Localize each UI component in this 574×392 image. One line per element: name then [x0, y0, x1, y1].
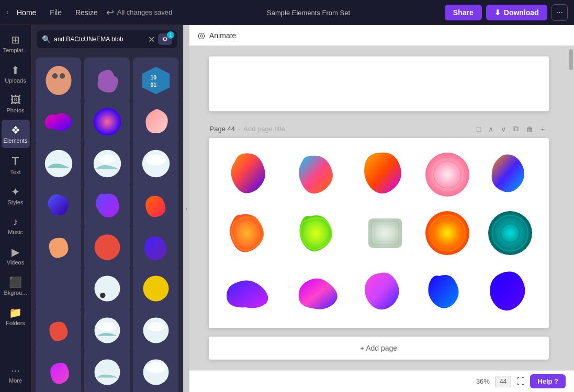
page-add-button[interactable]: + [538, 123, 547, 135]
blob-item[interactable] [482, 148, 538, 201]
list-item[interactable] [36, 308, 81, 353]
svg-point-21 [94, 359, 120, 385]
templates-icon: ⊞ [11, 33, 20, 46]
page-up-button[interactable]: ∧ [486, 123, 496, 135]
sidebar-item-photos[interactable]: 🖼 Photos [2, 90, 30, 118]
resize-button[interactable]: Resize [70, 6, 103, 19]
download-button[interactable]: ⬇ Download [486, 5, 547, 20]
list-item[interactable] [84, 141, 130, 187]
list-item[interactable] [84, 308, 130, 353]
page-comment-button[interactable]: □ [474, 123, 483, 135]
sidebar-item-videos[interactable]: ▶ Videos [2, 241, 30, 270]
page-delete-button[interactable]: 🗑 [523, 123, 536, 135]
list-item[interactable] [84, 99, 130, 145]
blob-item[interactable] [482, 207, 538, 259]
list-item[interactable] [133, 224, 178, 270]
list-item[interactable]: 1001 [133, 57, 178, 103]
canvas-scroll[interactable]: Page 44 - Add page title □ ∧ ∨ ⧉ 🗑 + [189, 46, 568, 370]
page-down-button[interactable]: ∨ [498, 123, 509, 135]
list-item[interactable] [36, 349, 81, 392]
list-item[interactable] [133, 308, 178, 353]
list-item[interactable] [36, 57, 81, 103]
file-button[interactable]: File [44, 6, 67, 19]
scrollbar[interactable] [568, 46, 574, 370]
list-item[interactable] [84, 349, 130, 392]
page-actions: □ ∧ ∨ ⧉ 🗑 + [474, 123, 548, 135]
share-button[interactable]: Share [445, 5, 482, 20]
search-input[interactable] [54, 36, 145, 43]
blob-item[interactable] [420, 266, 476, 318]
filter-button[interactable]: ⚙ 1 [158, 33, 172, 45]
svg-point-0 [46, 66, 71, 95]
blob-item[interactable] [357, 266, 413, 318]
blob-item[interactable] [482, 266, 538, 318]
list-item[interactable] [36, 224, 81, 270]
blob-item[interactable] [420, 207, 476, 259]
page-duplicate-button[interactable]: ⧉ [511, 123, 521, 135]
clear-search-button[interactable]: ✕ [148, 34, 155, 44]
uploads-icon: ⬆ [11, 64, 20, 76]
page-title-area: Page 44 - Add page title [210, 125, 285, 133]
svg-text:01: 01 [150, 82, 156, 88]
animate-label[interactable]: Animate [209, 31, 236, 40]
list-item[interactable] [133, 266, 178, 312]
list-item[interactable] [133, 349, 178, 392]
svg-point-30 [425, 211, 469, 255]
help-button[interactable]: Help ? [530, 374, 566, 388]
blob-item[interactable] [420, 148, 476, 201]
undo-button[interactable]: ↩ [106, 7, 114, 18]
blob-item[interactable] [219, 148, 282, 201]
sidebar-item-background[interactable]: ⬛ Bkgrou... [2, 272, 30, 300]
blob-item[interactable] [357, 207, 413, 259]
blob-item[interactable] [288, 266, 351, 318]
sidebar-item-folders[interactable]: 📁 Folders [2, 302, 30, 330]
blob-item[interactable] [288, 148, 351, 201]
page-header: Page 44 - Add page title □ ∧ ∨ ⧉ 🗑 + [209, 120, 549, 138]
list-item[interactable] [133, 182, 178, 228]
add-page-title[interactable]: Add page title [243, 125, 285, 133]
list-item[interactable] [36, 266, 81, 312]
sidebar-label-text: Text [10, 169, 20, 175]
sidebar-item-more[interactable]: ··· More [2, 360, 30, 388]
page-indicator: 44 [495, 376, 511, 387]
changes-saved-label: All changes saved [117, 8, 173, 16]
scroll-thumb[interactable] [569, 49, 573, 70]
add-page-bar[interactable]: + Add page [209, 337, 549, 360]
styles-icon: ✦ [11, 186, 20, 198]
blob-item[interactable] [357, 148, 413, 201]
sidebar-item-music[interactable]: ♪ Music [2, 212, 30, 239]
list-item[interactable] [133, 99, 178, 145]
blob-item[interactable] [288, 207, 351, 259]
blob-item[interactable] [219, 266, 282, 318]
sidebar-label-styles: Styles [8, 199, 24, 205]
sidebar-label-folders: Folders [6, 320, 25, 326]
background-icon: ⬛ [9, 276, 22, 289]
search-icon: 🔍 [42, 35, 51, 43]
list-item[interactable] [84, 224, 130, 270]
list-item[interactable] [84, 57, 130, 103]
folders-icon: 📁 [9, 306, 22, 319]
fullscreen-button[interactable]: ⛶ [516, 377, 525, 386]
home-button[interactable]: Home [12, 6, 41, 19]
list-item[interactable] [84, 182, 130, 228]
list-item[interactable] [36, 182, 81, 228]
back-icon: ‹ [6, 9, 8, 16]
svg-point-14 [94, 276, 120, 302]
sidebar-item-styles[interactable]: ✦ Styles [2, 181, 30, 210]
sidebar-item-elements[interactable]: ❖ Elements [2, 120, 30, 148]
animate-icon: ◎ [198, 30, 205, 40]
topbar-right: Share ⬇ Download ··· [445, 4, 568, 21]
videos-icon: ▶ [12, 246, 19, 258]
list-item[interactable] [36, 99, 81, 145]
svg-point-7 [44, 150, 72, 178]
sidebar-item-text[interactable]: T Text [2, 150, 30, 179]
list-item[interactable] [133, 141, 178, 187]
sidebar-item-uploads[interactable]: ⬆ Uploads [2, 60, 30, 88]
panel-collapse-handle[interactable]: › [183, 25, 189, 392]
list-item[interactable] [84, 266, 130, 312]
sidebar-item-templates[interactable]: ⊞ Templat... [2, 29, 30, 57]
more-options-button[interactable]: ··· [552, 4, 568, 21]
list-item[interactable] [36, 141, 81, 187]
blob-item[interactable] [219, 207, 282, 259]
svg-rect-27 [368, 218, 402, 248]
